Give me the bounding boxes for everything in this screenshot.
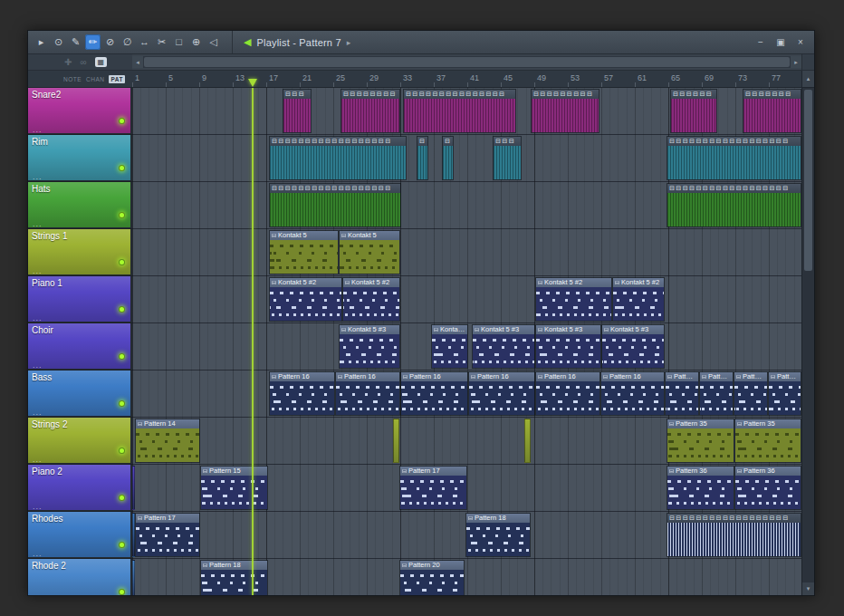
track-lane-strings-1[interactable]: ⊟Kontakt 5⊟Kontakt 5 [132,229,801,276]
track-lane-snare2[interactable]: ⊟⊟⊟⊟⊟⊟⊟⊟⊟⊟⊟⊟⊟⊟⊟⊟⊟⊟⊟⊟⊟⊟⊟⊟⊟⊟⊟⊟⊟⊟⊟⊟⊟⊟⊟⊟⊟⊟⊟⊟… [132,88,801,135]
clip-pattern-16[interactable]: ⊟Pattern 16 [468,371,535,416]
track-lane-piano-1[interactable]: ⊟Kontakt 5 #2⊟Kontakt 5 #2⊟Kontakt 5 #2⊟… [132,276,801,323]
pattern-clip[interactable]: ⊟⊟⊟⊟⊟⊟⊟⊟⊟⊟⊟⊟⊟⊟⊟⊟⊟⊟ [269,183,401,227]
clip-pattern-16[interactable]: ⊟Pattern 16 [335,371,400,416]
clip-kontakt-5[interactable]: ⊟Kontakt 5 [269,230,339,274]
titlebar[interactable]: ▸⊙✎✏⊘∅↔✂□⊕◁ ◀ Playlist - Pattern 7 ▸ −▣× [28,31,814,54]
track-header-strings-2[interactable]: Strings 2... [28,418,132,465]
clip-kontakt-5-3[interactable]: ⊟Kontakt 5 #3 [601,324,665,369]
pattern-clip[interactable] [132,560,135,595]
pattern-clip[interactable]: ⊟⊟⊟⊟⊟⊟⊟⊟⊟⊟⊟⊟⊟⊟⊟⊟⊟⊟ [667,513,801,557]
mode-label-chan[interactable]: CHAN [86,76,104,82]
scroll-right-button[interactable]: ▸ [791,56,801,68]
scroll-left-button[interactable]: ◂ [132,56,143,68]
track-led[interactable] [119,589,125,595]
clip-pattern-17[interactable]: ⊟Pattern 17 [399,466,467,510]
track-led[interactable] [119,165,125,171]
track-led[interactable] [119,542,125,548]
track-led[interactable] [119,212,125,218]
pattern-clip[interactable]: ⊟⊟⊟ [493,136,522,180]
track-lane-piano-2[interactable]: ⊟Pattern 15⊟Pattern 17⊟Pattern 36⊟Patter… [132,465,801,512]
maximize-button[interactable]: ▣ [772,35,789,50]
clip-pattern-16[interactable]: ⊟Pattern 16 [699,371,734,416]
clip-kontakt-5[interactable]: ⊟Kontakt 5 [339,230,400,274]
clip-pattern-35[interactable]: ⊟Pattern 35 [734,419,801,463]
vertical-scrollbar[interactable]: ▾ [801,88,814,595]
delete-tool-icon[interactable]: ⊘ [102,34,118,50]
pattern-clip[interactable]: ⊟⊟⊟⊟⊟⊟⊟⊟⊟⊟⊟⊟⊟⊟⊟⊟⊟⊟ [667,183,801,227]
track-lane-rim[interactable]: ⊟⊟⊟⊟⊟⊟⊟⊟⊟⊟⊟⊟⊟⊟⊟⊟⊟⊟⊟⊟⊟⊟⊟⊟⊟⊟⊟⊟⊟⊟⊟⊟⊟⊟⊟⊟⊟⊟⊟⊟… [132,135,801,182]
record-icon[interactable]: ⊙ [51,34,66,50]
track-led[interactable] [119,353,125,360]
track-header-rhode-2[interactable]: Rhode 2... [28,559,132,595]
track-header-rhodes[interactable]: Rhodes... [28,512,132,559]
track-header-hats[interactable]: Hats... [28,182,132,229]
playhead-marker[interactable] [248,79,257,87]
mode-label-pat[interactable]: PAT [109,75,125,83]
track-led[interactable] [119,495,125,501]
track-lane-strings-2[interactable]: ⊟Pattern 14⊟Pattern 35⊟Pattern 35 [132,418,801,465]
pattern-clip[interactable]: ⊟ [417,136,428,180]
clip-pattern-35[interactable]: ⊟Pattern 35 [667,419,734,463]
clip-pattern-16[interactable]: ⊟Pattern 16 [600,371,665,416]
playlist-menu-icon[interactable]: ▸ [34,34,49,50]
pattern-clip[interactable]: ⊟⊟⊟ [283,89,312,133]
pattern-clip[interactable] [524,419,531,463]
keyboard-icon[interactable]: ▦ [95,57,108,67]
minimize-button[interactable]: − [753,35,769,50]
clip-pattern-17[interactable]: ⊟Pattern 17 [135,513,200,557]
mode-label-note[interactable]: NOTE [63,76,82,82]
pattern-clip[interactable]: ⊟ [442,136,454,180]
track-led[interactable] [119,400,125,407]
track-led[interactable] [119,118,125,124]
clip-pattern-36[interactable]: ⊟Pattern 36 [667,466,734,510]
slip-tool-icon[interactable]: ↔ [137,34,152,50]
clip-pattern-18[interactable]: ⊟Pattern 18 [465,513,531,557]
clip-pattern-16[interactable]: ⊟Pattern 16 [734,371,768,416]
horizontal-scrollbar[interactable]: ◂ ▸ [132,56,801,68]
clip-kontakt-5-2[interactable]: ⊟Kontakt 5 #2 [612,277,665,322]
clip-kontakt-5-2[interactable]: ⊟Kontakt 5 #2 [269,277,342,322]
track-lane-bass[interactable]: ⊟Pattern 16⊟Pattern 16⊟Pattern 16⊟Patter… [132,371,801,418]
clip-pattern-16[interactable]: ⊟Pattern 16 [768,371,801,416]
clip-pattern-20[interactable]: ⊟Pattern 20 [399,560,465,595]
track-led[interactable] [119,306,125,313]
select-tool-icon[interactable]: □ [171,34,187,50]
track-lane-rhodes[interactable]: ⊟Pattern 17⊟Pattern 18⊟⊟⊟⊟⊟⊟⊟⊟⊟⊟⊟⊟⊟⊟⊟⊟⊟⊟ [132,512,801,559]
playlist-grid[interactable]: ⊟⊟⊟⊟⊟⊟⊟⊟⊟⊟⊟⊟⊟⊟⊟⊟⊟⊟⊟⊟⊟⊟⊟⊟⊟⊟⊟⊟⊟⊟⊟⊟⊟⊟⊟⊟⊟⊟⊟⊟… [132,88,801,595]
vertical-scroll-thumb[interactable] [804,90,812,271]
timeline-ruler[interactable]: 159131721252933374145495357616569737781 [132,71,801,87]
track-lane-rhode-2[interactable]: ⊟Pattern 18⊟Pattern 20 [132,559,801,595]
pattern-clip[interactable] [132,466,135,510]
track-header-rim[interactable]: Rim... [28,135,132,182]
move-icon[interactable]: ✚ [64,57,72,67]
pattern-clip[interactable]: ⊟⊟⊟⊟⊟⊟⊟⊟⊟⊟⊟⊟⊟⊟⊟ [403,89,516,133]
close-button[interactable]: × [792,35,809,50]
track-header-choir[interactable]: Choir... [28,323,132,371]
track-lane-choir[interactable]: ⊟Kontakt 5 #3⊟Kontakt 5 #3⊟Kontakt 5 #3⊟… [132,323,801,371]
clip-kontakt-5-2[interactable]: ⊟Kontakt 5 #2 [342,277,400,322]
track-led[interactable] [119,259,125,265]
pattern-clip[interactable] [393,419,399,463]
clip-kontakt-5-3[interactable]: ⊟Kontakt 5 #3 [472,324,535,369]
scroll-up-button[interactable]: ▴ [801,71,814,87]
clip-kontakt-5-3[interactable]: ⊟Kontakt 5 #3 [339,324,400,369]
clip-kontakt-5-3[interactable]: ⊟Kontakt 5 #3 [535,324,601,369]
clip-pattern-16[interactable]: ⊟Pattern 16 [535,371,600,416]
pattern-clip[interactable]: ⊟⊟⊟⊟⊟⊟⊟⊟⊟⊟⊟⊟⊟⊟⊟⊟⊟⊟ [667,136,801,180]
track-header-strings-1[interactable]: Strings 1... [28,229,132,276]
clip-pattern-18[interactable]: ⊟Pattern 18 [200,560,268,595]
pattern-clip[interactable]: ⊟⊟⊟⊟⊟⊟⊟ [743,89,801,133]
clip-pattern-36[interactable]: ⊟Pattern 36 [734,466,801,510]
clip-pattern-16[interactable]: ⊟Pattern 16 [665,371,699,416]
preview-tool-icon[interactable]: ◁ [206,34,221,50]
track-led[interactable] [119,448,125,454]
track-lane-hats[interactable]: ⊟⊟⊟⊟⊟⊟⊟⊟⊟⊟⊟⊟⊟⊟⊟⊟⊟⊟⊟⊟⊟⊟⊟⊟⊟⊟⊟⊟⊟⊟⊟⊟⊟⊟⊟⊟ [132,182,801,229]
clip-kontakt-5-2[interactable]: ⊟Kontakt 5 #2 [535,277,612,322]
mute-tool-icon[interactable]: ∅ [120,34,135,50]
paint-tool-icon[interactable]: ✏ [85,34,101,50]
clip-pattern-16[interactable]: ⊟Pattern 16 [400,371,468,416]
pattern-clip[interactable]: ⊟⊟⊟⊟⊟⊟⊟⊟⊟ [531,89,599,133]
link-icon[interactable]: ∞ [80,57,86,67]
clip-pattern-16[interactable]: ⊟Pattern 16 [269,371,335,416]
